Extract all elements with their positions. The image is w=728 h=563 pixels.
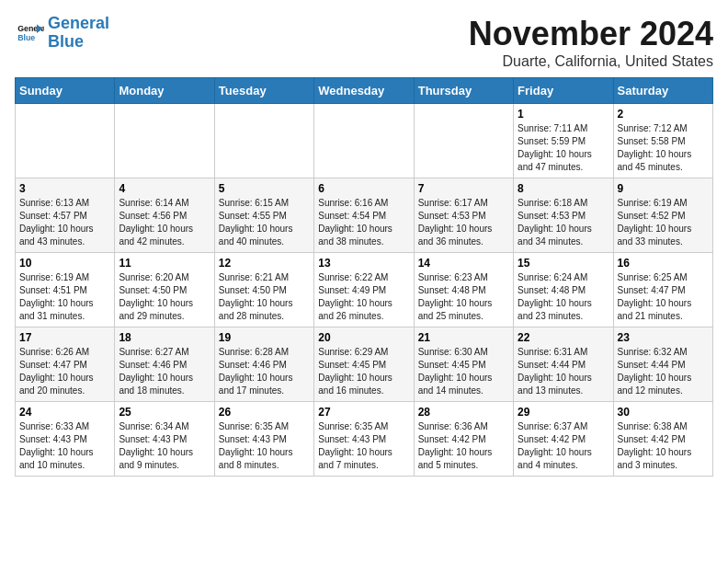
day-number: 9: [618, 182, 709, 195]
calendar-week-row: 24Sunrise: 6:33 AM Sunset: 4:43 PM Dayli…: [16, 402, 713, 477]
calendar-day-cell: 22Sunrise: 6:31 AM Sunset: 4:44 PM Dayli…: [514, 327, 613, 402]
calendar-day-cell: 4Sunrise: 6:14 AM Sunset: 4:56 PM Daylig…: [115, 178, 214, 253]
calendar-day-cell: 13Sunrise: 6:22 AM Sunset: 4:49 PM Dayli…: [314, 253, 414, 327]
location: Duarte, California, United States: [469, 53, 713, 70]
day-info: Sunrise: 6:23 AM Sunset: 4:48 PM Dayligh…: [418, 271, 509, 323]
day-info: Sunrise: 6:16 AM Sunset: 4:54 PM Dayligh…: [318, 197, 409, 248]
calendar-day-cell: [414, 104, 513, 178]
day-info: Sunrise: 6:24 AM Sunset: 4:48 PM Dayligh…: [518, 271, 609, 323]
day-info: Sunrise: 6:14 AM Sunset: 4:56 PM Dayligh…: [119, 197, 210, 248]
day-number: 1: [518, 108, 609, 121]
calendar-header-cell: Saturday: [613, 78, 712, 104]
day-info: Sunrise: 6:13 AM Sunset: 4:57 PM Dayligh…: [19, 197, 110, 248]
calendar-day-cell: [214, 104, 313, 178]
calendar-day-cell: 16Sunrise: 6:25 AM Sunset: 4:47 PM Dayli…: [613, 253, 712, 327]
calendar-header-cell: Wednesday: [314, 78, 414, 104]
month-title: November 2024: [469, 15, 713, 53]
day-info: Sunrise: 6:28 AM Sunset: 4:46 PM Dayligh…: [219, 346, 310, 397]
day-number: 18: [119, 331, 210, 344]
day-info: Sunrise: 6:27 AM Sunset: 4:46 PM Dayligh…: [119, 346, 210, 397]
calendar-day-cell: [314, 104, 414, 178]
calendar-day-cell: 20Sunrise: 6:29 AM Sunset: 4:45 PM Dayli…: [314, 327, 414, 402]
day-number: 5: [219, 182, 310, 195]
logo-blue: Blue: [48, 32, 84, 51]
calendar-week-row: 3Sunrise: 6:13 AM Sunset: 4:57 PM Daylig…: [16, 178, 713, 253]
day-number: 20: [318, 331, 409, 344]
day-info: Sunrise: 6:25 AM Sunset: 4:47 PM Dayligh…: [618, 271, 709, 323]
calendar-day-cell: 27Sunrise: 6:35 AM Sunset: 4:43 PM Dayli…: [314, 402, 414, 477]
calendar-day-cell: 2Sunrise: 7:12 AM Sunset: 5:58 PM Daylig…: [613, 104, 712, 178]
calendar-day-cell: 19Sunrise: 6:28 AM Sunset: 4:46 PM Dayli…: [214, 327, 313, 402]
day-info: Sunrise: 6:18 AM Sunset: 4:53 PM Dayligh…: [518, 197, 609, 248]
day-number: 2: [618, 108, 709, 121]
day-number: 21: [418, 331, 509, 344]
page-header: General Blue General Blue November 2024 …: [15, 15, 713, 70]
day-number: 27: [318, 406, 409, 419]
calendar-day-cell: 15Sunrise: 6:24 AM Sunset: 4:48 PM Dayli…: [514, 253, 613, 327]
calendar-day-cell: 14Sunrise: 6:23 AM Sunset: 4:48 PM Dayli…: [414, 253, 513, 327]
calendar-day-cell: 23Sunrise: 6:32 AM Sunset: 4:44 PM Dayli…: [613, 327, 712, 402]
day-number: 25: [119, 406, 210, 419]
calendar-day-cell: 12Sunrise: 6:21 AM Sunset: 4:50 PM Dayli…: [214, 253, 313, 327]
day-info: Sunrise: 6:21 AM Sunset: 4:50 PM Dayligh…: [219, 271, 310, 323]
day-number: 24: [19, 406, 110, 419]
calendar-week-row: 1Sunrise: 7:11 AM Sunset: 5:59 PM Daylig…: [16, 104, 713, 178]
day-info: Sunrise: 7:12 AM Sunset: 5:58 PM Dayligh…: [618, 122, 709, 174]
day-number: 29: [518, 406, 609, 419]
day-info: Sunrise: 7:11 AM Sunset: 5:59 PM Dayligh…: [518, 122, 609, 174]
calendar-day-cell: 17Sunrise: 6:26 AM Sunset: 4:47 PM Dayli…: [16, 327, 115, 402]
calendar-day-cell: [115, 104, 214, 178]
calendar-day-cell: 24Sunrise: 6:33 AM Sunset: 4:43 PM Dayli…: [16, 402, 115, 477]
day-number: 16: [618, 257, 709, 270]
calendar-day-cell: 3Sunrise: 6:13 AM Sunset: 4:57 PM Daylig…: [16, 178, 115, 253]
calendar-day-cell: 26Sunrise: 6:35 AM Sunset: 4:43 PM Dayli…: [214, 402, 313, 477]
logo-general: General: [48, 14, 109, 32]
calendar-day-cell: 25Sunrise: 6:34 AM Sunset: 4:43 PM Dayli…: [115, 402, 214, 477]
calendar-day-cell: 10Sunrise: 6:19 AM Sunset: 4:51 PM Dayli…: [16, 253, 115, 327]
day-info: Sunrise: 6:22 AM Sunset: 4:49 PM Dayligh…: [318, 271, 409, 323]
calendar-day-cell: 1Sunrise: 7:11 AM Sunset: 5:59 PM Daylig…: [514, 104, 613, 178]
day-number: 3: [19, 182, 110, 195]
day-info: Sunrise: 6:35 AM Sunset: 4:43 PM Dayligh…: [318, 420, 409, 472]
calendar-body: 1Sunrise: 7:11 AM Sunset: 5:59 PM Daylig…: [16, 104, 713, 477]
day-number: 7: [418, 182, 509, 195]
calendar-header-cell: Tuesday: [214, 78, 313, 104]
day-number: 15: [518, 257, 609, 270]
day-info: Sunrise: 6:32 AM Sunset: 4:44 PM Dayligh…: [618, 346, 709, 397]
day-number: 6: [318, 182, 409, 195]
day-number: 23: [618, 331, 709, 344]
day-number: 11: [119, 257, 210, 270]
calendar-day-cell: [16, 104, 115, 178]
day-info: Sunrise: 6:26 AM Sunset: 4:47 PM Dayligh…: [19, 346, 110, 397]
calendar-header-cell: Friday: [514, 78, 613, 104]
day-info: Sunrise: 6:30 AM Sunset: 4:45 PM Dayligh…: [418, 346, 509, 397]
day-info: Sunrise: 6:31 AM Sunset: 4:44 PM Dayligh…: [518, 346, 609, 397]
svg-text:Blue: Blue: [17, 33, 35, 42]
calendar-day-cell: 29Sunrise: 6:37 AM Sunset: 4:42 PM Dayli…: [514, 402, 613, 477]
calendar-header-row: SundayMondayTuesdayWednesdayThursdayFrid…: [16, 78, 713, 104]
day-info: Sunrise: 6:19 AM Sunset: 4:52 PM Dayligh…: [618, 197, 709, 248]
day-info: Sunrise: 6:15 AM Sunset: 4:55 PM Dayligh…: [219, 197, 310, 248]
calendar-day-cell: 21Sunrise: 6:30 AM Sunset: 4:45 PM Dayli…: [414, 327, 513, 402]
logo: General Blue General Blue: [15, 15, 109, 52]
calendar-day-cell: 11Sunrise: 6:20 AM Sunset: 4:50 PM Dayli…: [115, 253, 214, 327]
calendar-week-row: 17Sunrise: 6:26 AM Sunset: 4:47 PM Dayli…: [16, 327, 713, 402]
day-info: Sunrise: 6:34 AM Sunset: 4:43 PM Dayligh…: [119, 420, 210, 472]
day-info: Sunrise: 6:36 AM Sunset: 4:42 PM Dayligh…: [418, 420, 509, 472]
calendar-day-cell: 9Sunrise: 6:19 AM Sunset: 4:52 PM Daylig…: [613, 178, 712, 253]
day-number: 19: [219, 331, 310, 344]
day-number: 26: [219, 406, 310, 419]
calendar-day-cell: 8Sunrise: 6:18 AM Sunset: 4:53 PM Daylig…: [514, 178, 613, 253]
calendar-day-cell: 30Sunrise: 6:38 AM Sunset: 4:42 PM Dayli…: [613, 402, 712, 477]
logo-text: General Blue: [48, 15, 109, 52]
calendar-day-cell: 18Sunrise: 6:27 AM Sunset: 4:46 PM Dayli…: [115, 327, 214, 402]
day-info: Sunrise: 6:19 AM Sunset: 4:51 PM Dayligh…: [19, 271, 110, 323]
day-info: Sunrise: 6:17 AM Sunset: 4:53 PM Dayligh…: [418, 197, 509, 248]
day-number: 4: [119, 182, 210, 195]
day-number: 10: [19, 257, 110, 270]
day-number: 17: [19, 331, 110, 344]
calendar-day-cell: 6Sunrise: 6:16 AM Sunset: 4:54 PM Daylig…: [314, 178, 414, 253]
day-number: 22: [518, 331, 609, 344]
day-number: 14: [418, 257, 509, 270]
day-info: Sunrise: 6:38 AM Sunset: 4:42 PM Dayligh…: [618, 420, 709, 472]
